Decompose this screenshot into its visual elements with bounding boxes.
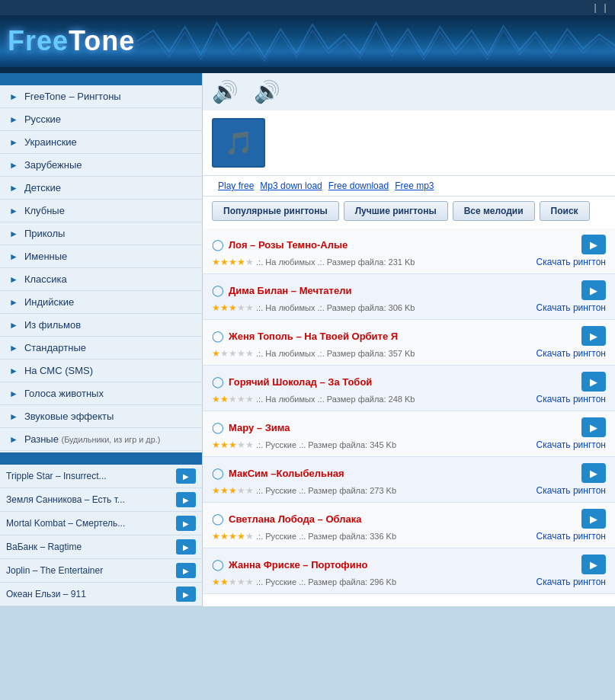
sidebar-item-8[interactable]: ►Классика: [0, 268, 202, 291]
search-btn[interactable]: Поиск: [540, 201, 590, 221]
sidebar-label-10: Из фильмов: [24, 319, 81, 331]
sidebar-item-12[interactable]: ►На СМС (SMS): [0, 360, 202, 382]
content-image: 🎵: [212, 118, 265, 168]
ringtone-download-1[interactable]: Скачать рингтон: [537, 302, 606, 313]
best-item-play-4[interactable]: [176, 563, 196, 578]
sidebar-item-5[interactable]: ►Клубные: [0, 200, 202, 222]
star-empty-5-3: ★: [237, 485, 245, 496]
star-empty-2-4: ★: [245, 348, 254, 359]
star-empty-4-3: ★: [237, 439, 245, 450]
sidebar-label-15: Разные (Будильники, из игр и др.): [24, 433, 160, 445]
ringtone-title-7[interactable]: Жанна Фриске – Портофино: [229, 559, 367, 571]
ringtone-item-3: ◯ Горячий Шоколад – За Тобой ★★★★★ .:. Н…: [203, 366, 615, 411]
best-item-link-4[interactable]: Joplin – The Entertainer: [6, 565, 176, 576]
sidebar-item-1[interactable]: ►Русские: [0, 108, 202, 131]
ringtone-info-7: .:. Русские .:. Размер файла: 296 Kb: [256, 577, 396, 587]
star-empty-2-2: ★: [229, 348, 237, 359]
ringtone-item-2: ◯ Женя Тополь – На Твоей Орбите Я ★★★★★ …: [203, 320, 615, 366]
ringtone-icon-1: ◯: [212, 284, 224, 296]
ringtone-title-0[interactable]: Лоя – Розы Темно-Алые: [229, 239, 348, 251]
ad-link-free-mp3[interactable]: Free mp3: [395, 181, 434, 191]
ringtone-download-0[interactable]: Скачать рингтон: [537, 257, 606, 267]
ringtone-play-2[interactable]: [581, 326, 606, 346]
star-empty-7-3: ★: [237, 577, 245, 587]
ringtone-meta-5: ★★★★★ .:. Русские .:. Размер файла: 273 …: [212, 485, 606, 496]
ringtone-info-2: .:. На любимых .:. Размер файла: 357 Kb: [256, 349, 415, 358]
ringtone-info-6: .:. Русские .:. Размер файла: 336 Kb: [256, 532, 396, 541]
best-item-link-0[interactable]: Tripple Star – Insurrect...: [6, 471, 176, 481]
sidebar-item-6[interactable]: ►Приколы: [0, 222, 202, 245]
sidebar-item-7[interactable]: ►Именные: [0, 245, 202, 268]
subtitle-bar: [0, 67, 615, 73]
ringtone-title-5[interactable]: МакСим –Колыбельная: [229, 468, 344, 479]
sidebar-item-11[interactable]: ►Стандартные: [0, 337, 202, 360]
logo-free: Free: [8, 25, 69, 56]
star-filled-4-1: ★: [220, 439, 229, 450]
best-item-play-2[interactable]: [176, 516, 196, 531]
ringtone-play-1[interactable]: [581, 280, 606, 300]
popular-btn[interactable]: Популярные рингтоны: [212, 201, 339, 221]
ringtone-title-4[interactable]: Мару – Зима: [229, 422, 290, 433]
logo-tone: Tone: [69, 25, 135, 56]
best-item-play-0[interactable]: [176, 468, 196, 484]
sidebar-label-12: На СМС (SMS): [24, 365, 93, 376]
ringtone-top-5: ◯ МакСим –Колыбельная: [212, 463, 606, 483]
sidebar-item-10[interactable]: ►Из фильмов: [0, 314, 202, 337]
star-filled-3-1: ★: [220, 394, 229, 404]
sidebar-item-4[interactable]: ►Детские: [0, 177, 202, 200]
ringtone-title-2[interactable]: Женя Тополь – На Твоей Орбите Я: [229, 331, 398, 342]
top-bar: | |: [0, 0, 615, 15]
best-item-link-3[interactable]: ВаБанк – Ragtime: [6, 542, 176, 552]
ad-link-mp3-download[interactable]: Mp3 down load: [260, 181, 322, 191]
ringtone-play-4[interactable]: [581, 417, 606, 437]
ringtone-download-4[interactable]: Скачать рингтон: [537, 439, 606, 450]
best-item-play-5[interactable]: [176, 587, 196, 602]
ringtone-stars-7: ★★★★★ .:. Русские .:. Размер файла: 296 …: [212, 577, 396, 587]
ad-link-play-free[interactable]: Play free: [218, 181, 254, 191]
ringtone-stars-5: ★★★★★ .:. Русские .:. Размер файла: 273 …: [212, 485, 396, 496]
ringtone-icon-5: ◯: [212, 467, 224, 479]
ringtone-play-3[interactable]: [581, 372, 606, 392]
nav-buttons: Популярные рингтоны Лучшие рингтоны Все …: [203, 197, 615, 225]
best-btn[interactable]: Лучшие рингтоны: [344, 201, 448, 221]
sidebar-item-0[interactable]: ►FreeTone – Рингтоны: [0, 85, 202, 108]
ringtone-download-2[interactable]: Скачать рингтон: [537, 348, 606, 359]
ringtone-list: ◯ Лоя – Розы Темно-Алые ★★★★★ .:. На люб…: [203, 225, 615, 597]
ringtone-download-6[interactable]: Скачать рингтон: [537, 531, 606, 542]
ringtone-play-5[interactable]: [581, 463, 606, 483]
best-item-link-2[interactable]: Mortal Kombat – Смертель...: [6, 518, 176, 529]
sidebar-item-14[interactable]: ►Звуковые эффекты: [0, 405, 202, 428]
ringtone-top-1: ◯ Дима Билан – Мечтатели: [212, 280, 606, 300]
ringtone-stars-4: ★★★★★ .:. Русские .:. Размер файла: 345 …: [212, 439, 396, 450]
star-filled-7-0: ★: [212, 577, 220, 587]
ringtone-title-3[interactable]: Горячий Шоколад – За Тобой: [229, 376, 372, 388]
ringtone-title-row-6: ◯ Светлана Лобода – Облака: [212, 513, 361, 525]
best-item-3: ВаБанк – Ragtime: [0, 535, 202, 559]
sidebar-item-9[interactable]: ►Индийские: [0, 291, 202, 314]
ad-link-free-download[interactable]: Free download: [328, 181, 389, 191]
ringtone-download-3[interactable]: Скачать рингтон: [537, 394, 606, 404]
ringtone-title-1[interactable]: Дима Билан – Мечтатели: [229, 285, 351, 296]
sidebar-item-13[interactable]: ►Голоса животных: [0, 382, 202, 405]
best-item-link-1[interactable]: Земля Санникова – Есть т...: [6, 494, 176, 505]
ringtone-play-0[interactable]: [581, 235, 606, 254]
best-item-1: Земля Санникова – Есть т...: [0, 488, 202, 512]
ringtone-download-5[interactable]: Скачать рингтон: [537, 485, 606, 496]
sidebar-label-2: Украинские: [24, 136, 77, 148]
sidebar-item-15[interactable]: ►Разные (Будильники, из игр и др.): [0, 428, 202, 451]
ringtone-download-7[interactable]: Скачать рингтон: [537, 577, 606, 587]
best-item-link-5[interactable]: Океан Ельзи – 911: [6, 589, 176, 599]
ringtone-play-7[interactable]: [581, 555, 606, 574]
best-item-play-1[interactable]: [176, 492, 196, 507]
all-btn[interactable]: Все мелодии: [453, 201, 535, 221]
sidebar-item-3[interactable]: ►Зарубежные: [0, 154, 202, 177]
sidebar-arrow-4: ►: [9, 183, 18, 193]
sidebar-arrow-2: ►: [9, 137, 18, 148]
ringtone-play-6[interactable]: [581, 509, 606, 529]
ringtone-title-row-5: ◯ МакСим –Колыбельная: [212, 467, 344, 479]
ringtone-title-6[interactable]: Светлана Лобода – Облака: [229, 513, 361, 525]
star-empty-1-3: ★: [237, 302, 245, 313]
sidebar-item-2[interactable]: ►Украинские: [0, 131, 202, 154]
best-item-play-3[interactable]: [176, 539, 196, 555]
star-filled-1-0: ★: [212, 302, 220, 313]
